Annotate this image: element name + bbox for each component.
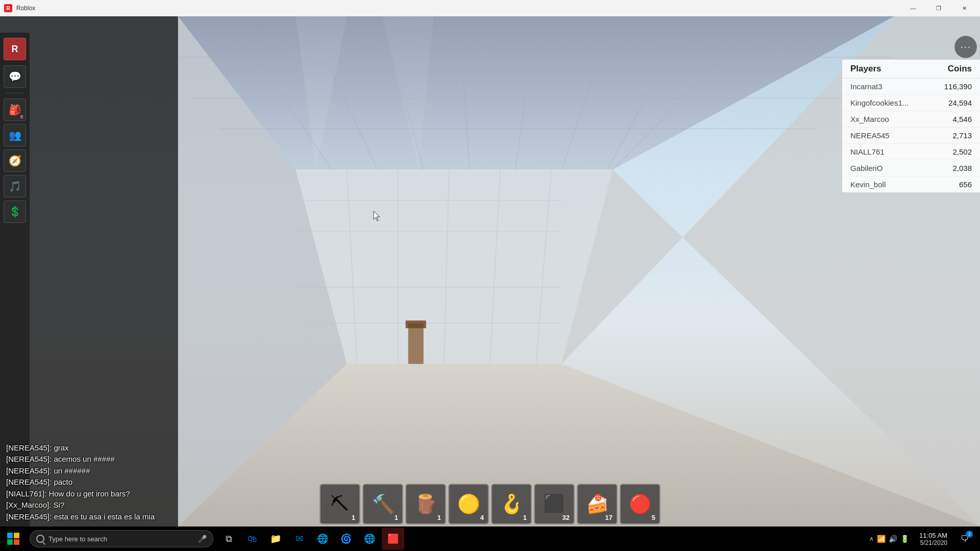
title-bar-left: R Roblox: [4, 4, 35, 12]
svg-rect-27: [408, 323, 424, 364]
hotbar-slot-7[interactable]: 🔴 5: [620, 484, 660, 524]
chat-message: [NEREA545]: esta es tu asa i esta es la …: [6, 511, 239, 523]
store-icon: 🛍: [248, 534, 257, 544]
edge-icon-1: 🌀: [340, 533, 352, 544]
lb-coins-value: 2,713: [952, 131, 972, 140]
start-button[interactable]: [0, 527, 27, 551]
edge-btn-2[interactable]: 🌐: [358, 528, 381, 550]
search-circle-icon: [36, 535, 44, 543]
microphone-icon[interactable]: 🎤: [198, 535, 207, 543]
lb-coins-value: 656: [959, 180, 972, 189]
backpack-btn[interactable]: 🎒 E: [4, 98, 26, 121]
hotbar-slot-0[interactable]: ⛏ 1: [320, 484, 360, 524]
window-title: Roblox: [16, 5, 35, 12]
more-options-btn[interactable]: ···: [954, 36, 977, 58]
leaderboard-row: Xx_Marcoo 4,546: [842, 111, 980, 128]
lb-coins-value: 2,502: [952, 147, 972, 156]
hotbar-count-2: 1: [437, 514, 441, 521]
edge-btn-1[interactable]: 🌀: [335, 528, 357, 550]
hotbar-slot-1[interactable]: 🔨 1: [362, 484, 403, 524]
game-viewport: R 💬 🎒 E 👥 🧭 🎵 💲 ··· Players: [0, 16, 980, 527]
roblox-logo-btn[interactable]: R: [4, 38, 26, 60]
more-options-icon: ···: [960, 40, 971, 54]
hotbar-slot-5[interactable]: ⬛ 32: [534, 484, 575, 524]
battery-icon: 🔋: [900, 535, 909, 543]
hotbar-item-icon-2: 🪵: [414, 495, 437, 513]
taskbar-app-icons: ⧉ 🛍 📁 ✉ 🌐 🌀 🌐 🟥: [217, 528, 404, 550]
chat-message: [NEREA545]: acemos un #####: [6, 454, 239, 465]
taskbar-right: ∧ 📶 🔊 🔋 11:05 AM 5/21/2020 🗨 3: [865, 527, 980, 551]
hotbar-item-icon-3: 🟡: [457, 495, 480, 513]
hotbar-slot-4[interactable]: 🪝 1: [491, 484, 532, 524]
svg-marker-3: [296, 170, 612, 364]
clock-date: 5/21/2020: [920, 539, 947, 546]
clock-time: 11:05 AM: [919, 532, 947, 539]
lb-coins-value: 4,546: [952, 115, 972, 123]
hotbar-count-6: 17: [605, 514, 612, 521]
notification-button[interactable]: 🗨 3: [953, 528, 976, 550]
hotbar-slot-2[interactable]: 🪵 1: [405, 484, 446, 524]
hotbar-slot-6[interactable]: 🍰 17: [577, 484, 618, 524]
lb-coins-value: 116,390: [944, 82, 972, 91]
players-btn[interactable]: 👥: [4, 124, 26, 146]
roblox-taskbar-btn[interactable]: 🟥: [382, 528, 404, 550]
top-right-menu: ···: [951, 33, 980, 61]
chat-message: [NEREA545]: grax: [6, 442, 239, 454]
roblox-taskbar-icon: 🟥: [387, 533, 399, 544]
hotbar-count-3: 4: [480, 514, 484, 521]
hotbar-count-1: 1: [395, 514, 398, 521]
close-button[interactable]: ✕: [952, 0, 976, 16]
lb-coins-value: 2,038: [952, 164, 972, 172]
lb-player-name: NIALL761: [850, 147, 885, 156]
hotbar-item-icon-1: 🔨: [372, 495, 395, 513]
compass-btn[interactable]: 🧭: [4, 149, 26, 172]
music-btn[interactable]: 🎵: [4, 175, 26, 197]
backpack-badge: E: [20, 114, 23, 119]
hotbar-slot-3[interactable]: 🟡 4: [448, 484, 489, 524]
explorer-btn[interactable]: 📁: [264, 528, 287, 550]
chat-message: [Xx_Marcoo]: Si?: [6, 499, 239, 511]
search-input[interactable]: Type here to search: [48, 535, 194, 543]
roblox-window-icon: R: [4, 4, 12, 12]
edge-icon-2: 🌐: [364, 533, 375, 544]
chat-message: [NEREA545]: un ######: [6, 465, 239, 477]
leaderboard-row: NIALL761 2,502: [842, 144, 980, 160]
chrome-btn[interactable]: 🌐: [311, 528, 334, 550]
svg-rect-28: [406, 320, 426, 328]
leaderboard-row: GabileriO 2,038: [842, 160, 980, 177]
system-tray[interactable]: ∧ 📶 🔊 🔋: [865, 527, 913, 551]
chat-btn[interactable]: 💬: [4, 65, 26, 88]
hotbar-item-icon-5: ⬛: [543, 495, 566, 513]
chat-box: [NEREA545]: grax[NEREA545]: acemos un ##…: [0, 438, 245, 527]
roblox-logo-icon: R: [12, 44, 18, 55]
chat-message: [NEREA545]: pacto: [6, 477, 239, 488]
hotbar-item-icon-7: 🔴: [629, 495, 652, 513]
chat-lines: [NEREA545]: grax[NEREA545]: acemos un ##…: [6, 442, 239, 523]
leaderboard-row: Kingofcookies1... 24,594: [842, 95, 980, 111]
hotbar-item-icon-0: ⛏: [331, 495, 349, 513]
coin-btn[interactable]: 💲: [4, 201, 26, 223]
notification-badge: 3: [966, 531, 973, 538]
task-view-icon: ⧉: [226, 534, 232, 544]
hotbar-count-7: 5: [652, 514, 655, 521]
lb-player-name: GabileriO: [850, 164, 883, 172]
task-view-btn[interactable]: ⧉: [217, 528, 240, 550]
search-bar[interactable]: Type here to search 🎤: [30, 530, 213, 547]
taskbar: Type here to search 🎤 ⧉ 🛍 📁 ✉ 🌐 🌀 🌐 🟥: [0, 527, 980, 551]
mail-btn[interactable]: ✉: [288, 528, 310, 550]
hotbar-count-4: 1: [523, 514, 527, 521]
maximize-button[interactable]: ❐: [927, 0, 950, 16]
leaderboard-panel: Players Coins Incarnat3 116,390 Kingofco…: [842, 60, 980, 192]
chat-icon: 💬: [9, 70, 21, 83]
lb-player-name: NEREA545: [850, 131, 890, 140]
hotbar-item-icon-6: 🍰: [586, 495, 609, 513]
windows-logo: [7, 533, 19, 545]
minimize-button[interactable]: —: [901, 0, 925, 16]
clock[interactable]: 11:05 AM 5/21/2020: [915, 527, 951, 551]
coins-column-header: Coins: [948, 64, 972, 74]
chat-message: [NIALL761]: How do u get iron bars?: [6, 488, 239, 500]
lb-player-name: Incarnat3: [850, 82, 883, 91]
network-icon: 📶: [877, 535, 886, 543]
players-icon: 👥: [9, 129, 21, 141]
store-btn[interactable]: 🛍: [241, 528, 263, 550]
